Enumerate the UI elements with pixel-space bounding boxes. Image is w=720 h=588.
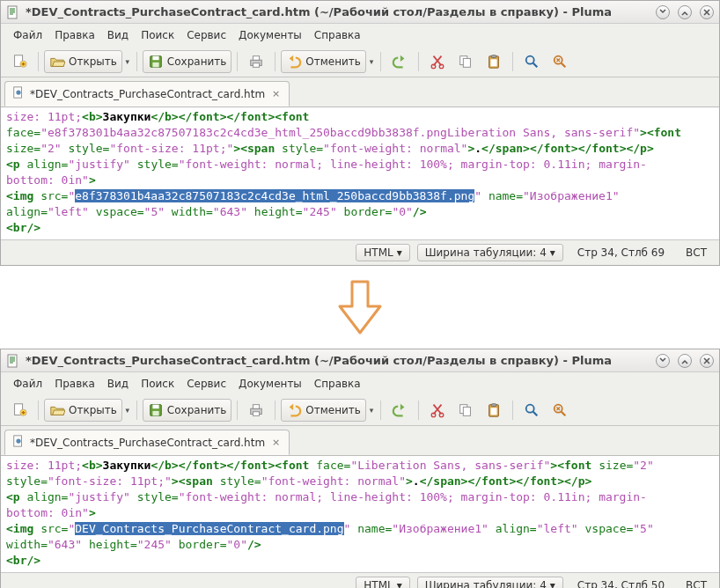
tab-width-label: Ширина табуляции: 4	[425, 246, 547, 259]
separator	[38, 401, 39, 420]
new-button[interactable]	[6, 50, 33, 73]
svg-point-19	[16, 90, 20, 94]
cut-button[interactable]	[424, 399, 451, 422]
tab-active[interactable]: *DEV_Contracts_PurchaseContract_card.htm…	[4, 430, 290, 455]
save-button[interactable]: Сохранить	[143, 399, 232, 422]
svg-rect-14	[491, 55, 496, 58]
menu-help[interactable]: Справка	[309, 27, 366, 43]
titlebar[interactable]: *DEV_Contracts_PurchaseContract_card.htm…	[1, 1, 719, 24]
save-label: Сохранить	[167, 404, 227, 416]
svg-rect-24	[152, 405, 158, 409]
toolbar: Открыть ▾ Сохранить Отменить ▾	[1, 47, 719, 77]
arrow-down-illustration	[0, 266, 720, 349]
svg-point-36	[526, 405, 534, 413]
separator	[237, 401, 238, 420]
close-button[interactable]	[700, 5, 714, 19]
menu-search[interactable]: Поиск	[136, 376, 180, 392]
copy-button[interactable]	[452, 399, 479, 422]
language-label: HTML	[364, 579, 393, 588]
svg-rect-5	[152, 62, 158, 67]
redo-button[interactable]	[386, 50, 413, 73]
separator	[237, 52, 238, 71]
undo-dropdown[interactable]: ▾	[368, 57, 375, 66]
tab-width-selector[interactable]: Ширина табуляции: 4▾	[417, 244, 563, 261]
tab-width-label: Ширина табуляции: 4	[425, 579, 547, 588]
insert-mode: ВСТ	[679, 579, 714, 588]
statusbar: HTML▾ Ширина табуляции: 4▾ Стр 34, Стлб …	[1, 240, 719, 265]
maximize-button[interactable]	[678, 5, 692, 19]
code-editor[interactable]: size: 11pt;<b>Закупки</b></font></font><…	[1, 455, 719, 573]
find-button[interactable]	[518, 50, 545, 73]
window-top: *DEV_Contracts_PurchaseContract_card.htm…	[0, 0, 720, 266]
language-label: HTML	[364, 246, 393, 259]
minimize-button[interactable]	[656, 354, 670, 368]
titlebar[interactable]: *DEV_Contracts_PurchaseContract_card.htm…	[1, 349, 719, 372]
open-dropdown[interactable]: ▾	[124, 57, 131, 66]
cursor-position: Стр 34, Стлб 69	[570, 246, 672, 259]
close-button[interactable]	[700, 354, 714, 368]
open-label: Открыть	[69, 55, 117, 68]
open-button[interactable]: Открыть	[44, 399, 122, 422]
language-selector[interactable]: HTML▾	[356, 244, 409, 261]
svg-rect-7	[253, 56, 260, 60]
find-replace-button[interactable]	[547, 399, 573, 422]
save-button[interactable]: Сохранить	[143, 50, 232, 73]
menu-documents[interactable]: Документы	[233, 27, 307, 43]
maximize-button[interactable]	[678, 354, 692, 368]
toolbar: Открыть ▾ Сохранить Отменить ▾	[1, 395, 719, 426]
tab-width-selector[interactable]: Ширина табуляции: 4▾	[417, 577, 563, 588]
menu-edit[interactable]: Правка	[49, 376, 100, 392]
app-icon	[6, 354, 20, 368]
svg-rect-25	[152, 411, 158, 415]
menubar: Файл Правка Вид Поиск Сервис Документы С…	[1, 24, 719, 47]
statusbar: HTML▾ Ширина табуляции: 4▾ Стр 34, Стлб …	[1, 573, 719, 588]
menu-tools[interactable]: Сервис	[181, 27, 231, 43]
undo-button[interactable]: Отменить	[281, 50, 366, 73]
separator	[275, 401, 276, 420]
menu-view[interactable]: Вид	[102, 27, 134, 43]
tab-active[interactable]: *DEV_Contracts_PurchaseContract_card.htm…	[4, 81, 290, 107]
menu-tools[interactable]: Сервис	[181, 376, 231, 392]
svg-rect-34	[491, 404, 496, 407]
tab-close-icon[interactable]: ×	[270, 88, 282, 99]
chevron-down-icon: ▾	[550, 579, 555, 588]
undo-dropdown[interactable]: ▾	[368, 406, 375, 415]
language-selector[interactable]: HTML▾	[356, 577, 409, 588]
find-replace-button[interactable]	[547, 50, 573, 73]
menu-file[interactable]: Файл	[8, 376, 48, 392]
tabbar: *DEV_Contracts_PurchaseContract_card.htm…	[1, 77, 719, 107]
undo-label: Отменить	[305, 404, 361, 416]
menu-search[interactable]: Поиск	[136, 27, 180, 43]
menu-help[interactable]: Справка	[309, 376, 366, 392]
menu-file[interactable]: Файл	[8, 27, 48, 43]
find-button[interactable]	[518, 399, 545, 422]
app-icon	[6, 5, 20, 19]
paste-button[interactable]	[481, 399, 507, 422]
svg-point-30	[439, 413, 444, 417]
separator	[512, 52, 513, 71]
open-button[interactable]: Открыть	[44, 50, 122, 73]
menu-view[interactable]: Вид	[102, 376, 134, 392]
menu-edit[interactable]: Правка	[49, 27, 100, 43]
tab-close-icon[interactable]: ×	[270, 437, 282, 448]
svg-rect-27	[253, 405, 260, 409]
menu-documents[interactable]: Документы	[233, 376, 307, 392]
new-button[interactable]	[6, 399, 33, 422]
print-button[interactable]	[243, 50, 269, 73]
separator	[380, 401, 381, 420]
svg-rect-4	[152, 56, 158, 60]
separator	[512, 401, 513, 420]
undo-button[interactable]: Отменить	[281, 399, 366, 422]
copy-button[interactable]	[452, 50, 479, 73]
print-button[interactable]	[243, 399, 269, 422]
redo-button[interactable]	[386, 399, 413, 422]
cut-button[interactable]	[424, 50, 451, 73]
minimize-button[interactable]	[656, 5, 670, 19]
separator	[380, 52, 381, 71]
svg-rect-15	[490, 59, 496, 66]
code-editor[interactable]: size: 11pt;<b>Закупки</b></font></font><…	[1, 107, 719, 240]
open-dropdown[interactable]: ▾	[124, 406, 131, 415]
paste-button[interactable]	[481, 50, 507, 73]
separator	[136, 401, 137, 420]
file-icon	[12, 435, 25, 450]
